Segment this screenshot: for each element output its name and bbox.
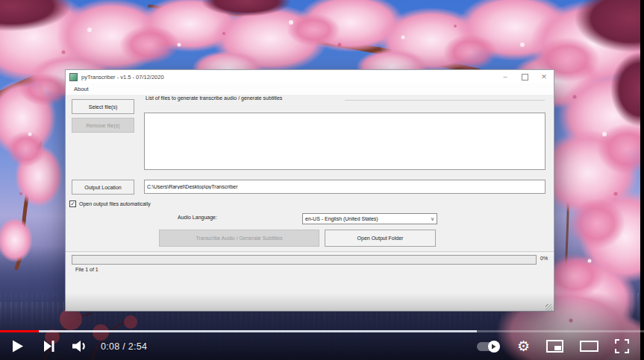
audio-language-select[interactable]: en-US - English (United States) ∨ — [302, 213, 437, 224]
pytranscriber-window: pyTranscriber - v1.5 - 07/12/2020 – ✕ Ab… — [65, 69, 554, 312]
autoplay-play-icon — [491, 344, 496, 350]
gear-icon: ⚙ — [517, 339, 530, 353]
autoplay-toggle[interactable] — [477, 342, 499, 351]
volume-button[interactable] — [72, 340, 89, 353]
chevron-down-icon: ∨ — [431, 216, 434, 222]
group-box-line — [345, 100, 545, 101]
transcription-progress-bar — [72, 255, 537, 265]
audio-language-value: en-US - English (United States) — [305, 216, 378, 221]
autoplay-toggle-knob — [488, 341, 500, 353]
player-controls: 0:08 / 2:54 ⚙ — [0, 332, 644, 360]
time-display: 0:08 / 2:54 — [101, 341, 147, 352]
settings-button[interactable]: ⚙ — [517, 339, 530, 353]
fullscreen-icon — [615, 339, 629, 353]
next-button[interactable] — [44, 341, 54, 352]
title-bar[interactable]: pyTranscriber - v1.5 - 07/12/2020 – ✕ — [66, 70, 554, 83]
file-list-label: List of files to generate transcribe aud… — [146, 95, 282, 101]
autoplay-toggle-track — [477, 342, 499, 351]
transcribe-button: Transcribe Audio / Generate Subtitles — [159, 230, 319, 247]
divider — [66, 251, 554, 254]
output-location-button[interactable]: Output Location — [72, 180, 134, 195]
fullscreen-button[interactable] — [615, 339, 629, 353]
file-counter: File 1 of 1 — [75, 267, 99, 272]
miniplayer-button[interactable] — [546, 340, 563, 353]
window-controls: – ✕ — [495, 70, 554, 83]
app-icon — [69, 73, 78, 81]
progress-percent: 0% — [540, 256, 548, 261]
window-content: Select file(s) Remove file(s) List of fi… — [66, 95, 554, 312]
remove-files-button: Remove file(s) — [72, 118, 134, 133]
open-output-row[interactable]: ✓ Open output files automatically — [69, 200, 151, 207]
play-icon — [12, 340, 23, 353]
file-list[interactable] — [144, 113, 545, 170]
video-frame: pyTranscriber - v1.5 - 07/12/2020 – ✕ Ab… — [0, 0, 644, 360]
menu-about[interactable]: About — [72, 86, 91, 92]
next-icon — [44, 341, 54, 352]
menu-bar: About — [66, 83, 554, 95]
checkbox-checked-icon[interactable]: ✓ — [69, 200, 76, 207]
maximize-icon[interactable] — [515, 70, 534, 83]
audio-language-label: Audio Language: — [178, 215, 217, 220]
volume-icon — [72, 340, 89, 353]
open-output-label: Open output files automatically — [79, 201, 151, 206]
theater-mode-icon — [580, 341, 598, 352]
theater-mode-button[interactable] — [580, 341, 598, 352]
select-files-button[interactable]: Select file(s) — [72, 99, 134, 114]
window-title: pyTranscriber - v1.5 - 07/12/2020 — [81, 74, 164, 80]
close-icon[interactable]: ✕ — [534, 70, 554, 83]
open-output-folder-button[interactable]: Open Output Folder — [325, 230, 436, 247]
output-path-input[interactable] — [144, 180, 545, 194]
miniplayer-icon — [546, 340, 563, 353]
minimize-icon[interactable]: – — [495, 70, 515, 83]
maximize-glyph — [522, 74, 528, 80]
play-button[interactable] — [12, 340, 23, 353]
